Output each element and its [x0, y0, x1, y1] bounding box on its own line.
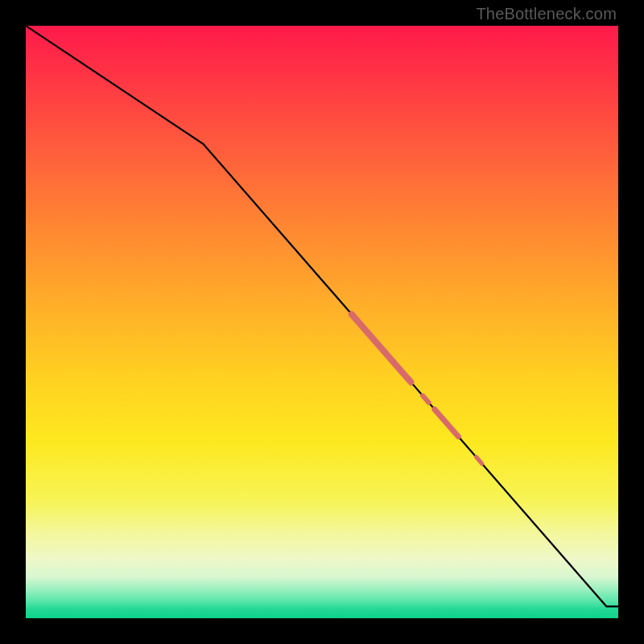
main-curve [26, 26, 618, 606]
highlight-segment [476, 457, 481, 464]
highlight-segment [435, 410, 459, 437]
attribution-text: TheBottleneck.com [476, 5, 617, 23]
plot-area [26, 26, 618, 618]
highlight-segment [423, 396, 428, 402]
chart-frame: TheBottleneck.com [0, 0, 644, 644]
curve-layer [26, 26, 618, 618]
highlight-segment [352, 314, 411, 382]
